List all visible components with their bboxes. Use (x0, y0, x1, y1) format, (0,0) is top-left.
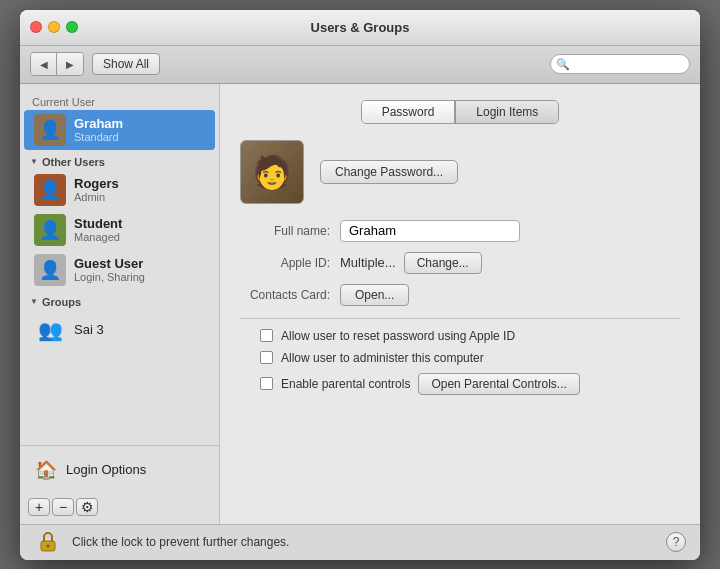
tab-password[interactable]: Password (362, 101, 456, 123)
settings-button[interactable]: ⚙ (76, 498, 98, 516)
bottom-bar: Click the lock to prevent further change… (20, 524, 700, 560)
full-name-input[interactable] (340, 220, 520, 242)
group-icon: 👥 (34, 314, 66, 346)
contacts-section: Open... (340, 284, 409, 306)
apple-id-label: Apple ID: (240, 256, 340, 270)
student-name: Student (74, 216, 122, 231)
content-area: Current User 👤 Graham Standard ▼ Other U… (20, 84, 700, 524)
student-info: Student Managed (74, 216, 122, 243)
student-type: Managed (74, 231, 122, 243)
avatar-graham: 👤 (34, 114, 66, 146)
forward-button[interactable]: ▶ (57, 53, 83, 75)
reset-password-checkbox[interactable] (260, 329, 273, 342)
form-section: Full name: Apple ID: Multiple... Change.… (240, 220, 680, 306)
group-name: Sai 3 (74, 322, 104, 337)
tab-group: Password Login Items (361, 100, 560, 124)
change-password-button[interactable]: Change Password... (320, 160, 458, 184)
lock-svg (36, 530, 60, 554)
contacts-label: Contacts Card: (240, 288, 340, 302)
close-button[interactable] (30, 21, 42, 33)
open-parental-button[interactable]: Open Parental Controls... (418, 373, 579, 395)
lock-icon[interactable] (34, 528, 62, 556)
administer-checkbox[interactable] (260, 351, 273, 364)
user-item-student[interactable]: 👤 Student Managed (24, 210, 215, 250)
contacts-row: Contacts Card: Open... (240, 284, 680, 306)
current-user-type: Standard (74, 131, 123, 143)
guest-info: Guest User Login, Sharing (74, 256, 145, 283)
administer-row: Allow user to administer this computer (240, 351, 680, 365)
maximize-button[interactable] (66, 21, 78, 33)
apple-id-row: Apple ID: Multiple... Change... (240, 252, 680, 274)
add-user-button[interactable]: + (28, 498, 50, 516)
titlebar: Users & Groups (20, 10, 700, 46)
reset-password-label: Allow user to reset password using Apple… (281, 329, 515, 343)
apple-id-change-button[interactable]: Change... (404, 252, 482, 274)
rogers-name: Rogers (74, 176, 119, 191)
svg-point-1 (47, 545, 50, 548)
other-users-label: Other Users (42, 156, 105, 168)
groups-header: ▼ Groups (20, 290, 219, 310)
reset-password-row: Allow user to reset password using Apple… (240, 329, 680, 343)
sidebar: Current User 👤 Graham Standard ▼ Other U… (20, 84, 220, 524)
login-options-label: Login Options (66, 462, 146, 477)
nav-buttons: ◀ ▶ (30, 52, 84, 76)
groups-triangle-icon: ▼ (30, 297, 38, 306)
group-item-sai3[interactable]: 👥 Sai 3 (24, 310, 215, 350)
avatar-guest: 👤 (34, 254, 66, 286)
profile-photo: 🧑 (240, 140, 304, 204)
remove-user-button[interactable]: − (52, 498, 74, 516)
groups-label: Groups (42, 296, 81, 308)
parental-controls-label: Enable parental controls (281, 377, 410, 391)
profile-face-icon: 🧑 (252, 153, 292, 191)
search-box: 🔍 (550, 54, 690, 74)
rogers-info: Rogers Admin (74, 176, 119, 203)
window: Users & Groups ◀ ▶ Show All 🔍 Current Us… (20, 10, 700, 560)
parental-row: Enable parental controls Open Parental C… (240, 373, 680, 395)
toolbar: ◀ ▶ Show All 🔍 (20, 46, 700, 84)
triangle-icon: ▼ (30, 157, 38, 166)
main-content: Password Login Items 🧑 Change Password..… (220, 84, 700, 524)
apple-id-section: Multiple... Change... (340, 252, 482, 274)
user-item-rogers[interactable]: 👤 Rogers Admin (24, 170, 215, 210)
guest-type: Login, Sharing (74, 271, 145, 283)
window-title: Users & Groups (311, 20, 410, 35)
other-users-header: ▼ Other Users (20, 150, 219, 170)
search-icon: 🔍 (556, 58, 570, 71)
login-options-item[interactable]: 🏠 Login Options (30, 454, 209, 486)
traffic-lights (30, 21, 78, 33)
current-user-info: Graham Standard (74, 116, 123, 143)
apple-id-value: Multiple... (340, 255, 396, 270)
administer-label: Allow user to administer this computer (281, 351, 484, 365)
help-button[interactable]: ? (666, 532, 686, 552)
profile-section: 🧑 Change Password... (240, 140, 680, 204)
full-name-row: Full name: (240, 220, 680, 242)
current-user-item[interactable]: 👤 Graham Standard (24, 110, 215, 150)
contacts-open-button[interactable]: Open... (340, 284, 409, 306)
back-button[interactable]: ◀ (31, 53, 57, 75)
show-all-button[interactable]: Show All (92, 53, 160, 75)
guest-name: Guest User (74, 256, 145, 271)
tabs: Password Login Items (240, 100, 680, 124)
current-user-name: Graham (74, 116, 123, 131)
house-icon: 🏠 (34, 458, 58, 482)
sidebar-actions: + − ⚙ (20, 494, 219, 524)
tab-login-items[interactable]: Login Items (455, 101, 558, 123)
full-name-label: Full name: (240, 224, 340, 238)
lock-text: Click the lock to prevent further change… (72, 535, 656, 549)
avatar-student: 👤 (34, 214, 66, 246)
user-item-guest[interactable]: 👤 Guest User Login, Sharing (24, 250, 215, 290)
current-user-label: Current User (20, 92, 219, 110)
avatar-rogers: 👤 (34, 174, 66, 206)
divider (240, 318, 680, 319)
sidebar-footer: 🏠 Login Options (20, 445, 219, 494)
rogers-type: Admin (74, 191, 119, 203)
minimize-button[interactable] (48, 21, 60, 33)
parental-controls-checkbox[interactable] (260, 377, 273, 390)
search-input[interactable] (550, 54, 690, 74)
